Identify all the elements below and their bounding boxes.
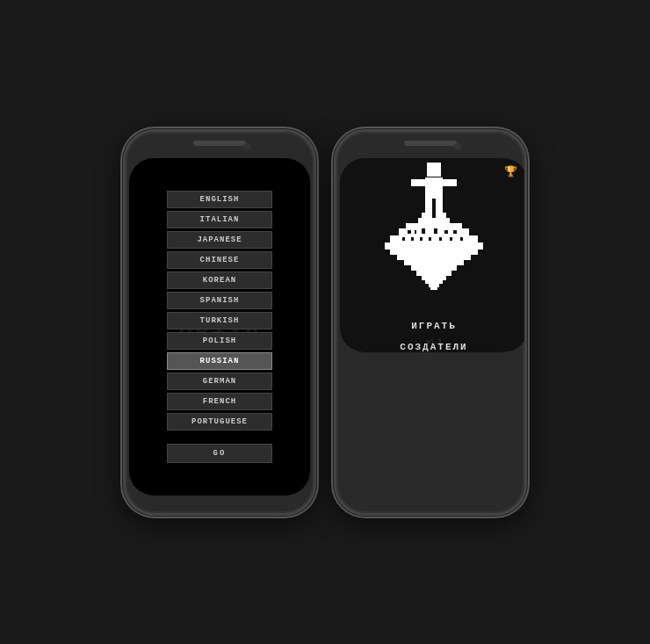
svg-rect-13 bbox=[390, 250, 478, 255]
svg-rect-8 bbox=[418, 218, 450, 223]
svg-rect-20 bbox=[429, 284, 439, 287]
game-screen: 🏆 bbox=[340, 158, 527, 352]
language-item-spanish[interactable]: SPANISH bbox=[167, 292, 272, 309]
language-item-russian[interactable]: RUSSIAN bbox=[167, 352, 272, 370]
svg-rect-5 bbox=[436, 199, 443, 214]
language-item-french[interactable]: FRENCH bbox=[167, 393, 272, 410]
language-list: ENGLISHITALIANJAPANESECHINESEKOREANSPANI… bbox=[167, 191, 272, 463]
svg-rect-28 bbox=[402, 237, 405, 241]
language-item-english[interactable]: ENGLISH bbox=[167, 191, 272, 208]
svg-rect-25 bbox=[434, 228, 437, 234]
language-item-korean[interactable]: KOREAN bbox=[167, 271, 272, 289]
svg-rect-1 bbox=[425, 177, 443, 199]
language-item-portuguese[interactable]: PORTUGUESE bbox=[167, 413, 272, 431]
trophy-icon[interactable]: 🏆 bbox=[504, 165, 517, 178]
svg-rect-29 bbox=[411, 237, 414, 241]
version-text: v1.3 bbox=[427, 338, 442, 345]
language-screen: Яblyk ENGLISHITALIANJAPANESECHINESEKOREA… bbox=[129, 158, 310, 496]
svg-rect-6 bbox=[422, 213, 432, 218]
svg-rect-26 bbox=[444, 230, 448, 234]
svg-rect-32 bbox=[439, 237, 442, 241]
svg-rect-23 bbox=[415, 230, 416, 234]
game-logo bbox=[372, 158, 495, 308]
svg-rect-18 bbox=[422, 276, 446, 280]
svg-rect-2 bbox=[411, 179, 425, 186]
svg-rect-9 bbox=[406, 223, 462, 228]
language-item-turkish[interactable]: TURKISH bbox=[167, 312, 272, 329]
svg-rect-21 bbox=[430, 287, 437, 290]
left-phone: Яblyk ENGLISHITALIANJAPANESECHINESEKOREA… bbox=[123, 129, 316, 516]
svg-rect-0 bbox=[427, 163, 441, 177]
svg-rect-4 bbox=[425, 199, 432, 214]
svg-rect-34 bbox=[460, 237, 463, 241]
phones-container: Яblyk ENGLISHITALIANJAPANESECHINESEKOREA… bbox=[123, 129, 527, 516]
game-menu: ИГРАТЬ СОЗДАТЕЛИ bbox=[400, 321, 467, 352]
go-button[interactable]: GO bbox=[167, 444, 272, 463]
language-item-german[interactable]: GERMAN bbox=[167, 373, 272, 390]
right-phone: 🏆 bbox=[334, 129, 527, 516]
svg-rect-31 bbox=[429, 237, 431, 241]
svg-rect-17 bbox=[416, 271, 451, 276]
svg-rect-27 bbox=[453, 230, 457, 234]
svg-rect-19 bbox=[425, 280, 443, 284]
svg-rect-3 bbox=[443, 179, 457, 186]
svg-rect-24 bbox=[422, 228, 425, 234]
language-item-italian[interactable]: ITALIAN bbox=[167, 211, 272, 228]
language-item-polish[interactable]: POLISH bbox=[167, 332, 272, 350]
play-button[interactable]: ИГРАТЬ bbox=[411, 321, 457, 331]
svg-rect-15 bbox=[404, 260, 464, 265]
svg-rect-7 bbox=[436, 213, 446, 218]
svg-rect-33 bbox=[450, 237, 452, 241]
svg-rect-14 bbox=[397, 255, 471, 260]
svg-rect-16 bbox=[411, 265, 457, 271]
svg-rect-22 bbox=[408, 230, 411, 234]
language-item-chinese[interactable]: CHINESE bbox=[167, 251, 272, 269]
svg-rect-30 bbox=[420, 237, 422, 241]
language-item-japanese[interactable]: JAPANESE bbox=[167, 231, 272, 249]
svg-rect-12 bbox=[385, 242, 483, 250]
